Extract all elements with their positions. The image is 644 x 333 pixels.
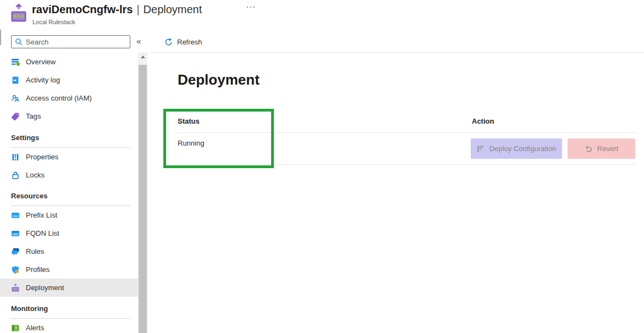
sidebar-item-label: Profiles [26, 265, 49, 274]
sidebar-scrollbar[interactable] [138, 52, 147, 333]
sidebar-item-overview[interactable]: Overview [0, 53, 138, 71]
revert-label: Revert [597, 145, 618, 153]
properties-icon [11, 153, 20, 162]
deploy-configuration-button[interactable]: Deploy Configuration [471, 138, 562, 159]
prefix-list-icon [11, 211, 20, 220]
sidebar-item-tags[interactable]: Tags [0, 107, 138, 125]
sidebar-item-fqdn-list[interactable]: www FQDN List [0, 224, 138, 242]
action-buttons: Deploy Configuration Revert [471, 138, 635, 159]
profiles-icon [11, 265, 20, 274]
sidebar-item-label: Activity log [26, 76, 60, 84]
search-input[interactable] [26, 38, 126, 46]
sidebar-item-label: Properties [26, 153, 58, 161]
refresh-icon [164, 38, 173, 46]
sidebar-item-properties[interactable]: Properties [0, 148, 138, 166]
collapse-sidebar-icon[interactable]: « [136, 36, 141, 46]
more-options-icon[interactable]: ⋯ [246, 1, 255, 13]
sidebar-item-alerts[interactable]: ! Alerts [0, 319, 138, 333]
table-row-divider [178, 164, 636, 165]
section-header: Monitoring [11, 303, 130, 314]
section-header: Resources [11, 190, 130, 202]
sidebar-section-monitoring: Monitoring [0, 303, 138, 319]
sidebar-item-profiles[interactable]: Profiles [0, 260, 138, 279]
scrollbar-thumb[interactable] [139, 65, 147, 333]
refresh-button[interactable]: Refresh [164, 36, 202, 47]
revert-icon [585, 145, 592, 153]
sidebar-search[interactable] [11, 35, 130, 48]
tags-icon [11, 112, 20, 121]
deploy-icon [477, 145, 485, 153]
revert-button[interactable]: Revert [568, 138, 635, 159]
sidebar-item-label: FQDN List [26, 229, 59, 237]
table-header-divider [178, 132, 636, 133]
sidebar-item-deployment[interactable]: Deployment [0, 279, 138, 297]
sidebar-item-activity-log[interactable]: Activity log [0, 71, 138, 89]
access-control-icon [11, 94, 20, 103]
resource-name: raviDemoCngfw-lrs [32, 3, 133, 15]
sidebar-item-label: Overview [26, 58, 56, 66]
activity-log-icon [11, 76, 20, 85]
panel-edge-divider [0, 30, 1, 45]
sidebar-item-prefix-list[interactable]: Prefix List [0, 206, 138, 224]
column-header-status: Status [178, 117, 200, 125]
sidebar-item-locks[interactable]: Locks [0, 166, 138, 184]
page-title: Deployment [178, 71, 260, 88]
title-separator: | [133, 3, 143, 15]
overview-icon [11, 58, 20, 66]
locks-icon [11, 171, 20, 180]
rules-icon [11, 247, 20, 256]
alerts-icon: ! [11, 324, 20, 332]
local-rulestack-icon [10, 4, 27, 25]
sidebar-section-resources: Resources [0, 190, 138, 206]
sidebar-item-label: Deployment [26, 284, 64, 292]
column-header-action: Action [472, 117, 494, 125]
search-icon [15, 38, 23, 46]
sidebar-item-label: Access control (IAM) [26, 94, 92, 102]
scrollbar-up-arrow-icon[interactable] [138, 52, 147, 62]
sidebar-item-label: Rules [26, 247, 44, 256]
page-name: Deployment [144, 3, 202, 15]
resource-type-label: Local Rulestack [32, 19, 75, 25]
status-value: Running [178, 139, 204, 147]
refresh-label: Refresh [177, 38, 202, 46]
svg-text:www: www [13, 233, 19, 236]
deployment-icon [11, 284, 20, 292]
sidebar-item-rules[interactable]: Rules [0, 242, 138, 260]
page-header-title: raviDemoCngfw-lrs|Deployment [32, 3, 202, 16]
sidebar-nav: Overview Activity log Access control (IA… [0, 53, 138, 333]
sidebar-item-label: Locks [26, 171, 45, 179]
sidebar-item-label: Alerts [26, 324, 44, 332]
svg-text:!: ! [15, 325, 16, 331]
sidebar-item-access-control[interactable]: Access control (IAM) [0, 89, 138, 107]
section-header: Settings [11, 132, 130, 143]
sidebar-item-label: Tags [26, 112, 41, 120]
toolbar-divider [150, 52, 644, 53]
fqdn-list-icon: www [11, 229, 20, 238]
sidebar-section-settings: Settings [0, 132, 138, 148]
deploy-configuration-label: Deploy Configuration [489, 145, 556, 153]
sidebar-item-label: Prefix List [26, 211, 57, 219]
